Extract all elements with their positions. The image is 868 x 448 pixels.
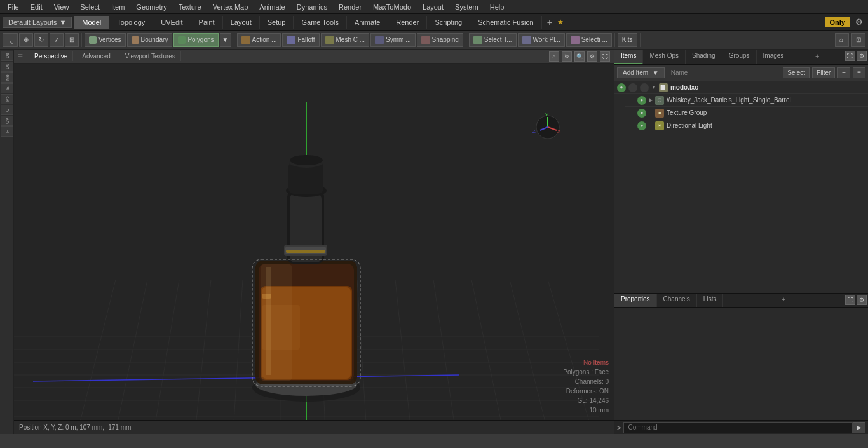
scale-button[interactable]: ⤢ (50, 33, 64, 47)
rp-expand-button[interactable]: ⛶ (845, 51, 855, 61)
nav-fit-button[interactable]: ⊡ (851, 33, 865, 47)
item-eye3-modo-lxo[interactable] (640, 83, 649, 92)
props-expand-button[interactable]: ⛶ (845, 295, 855, 305)
select-t-button[interactable]: Select T... (469, 33, 517, 47)
boundary-button[interactable]: Boundary (127, 33, 173, 47)
expand-triangle-whiskey[interactable]: ▶ (649, 97, 653, 103)
selecti-button[interactable]: Selecti ... (566, 33, 612, 47)
layout-tab-layout[interactable]: Layout (223, 16, 260, 29)
item-row-whiskey[interactable]: ● ▶ ⬡ Whiskey_Jack_Daniels_Light_Single_… (625, 94, 868, 107)
rp-tab-images[interactable]: Images (757, 50, 791, 64)
layout-tab-render[interactable]: Render (388, 16, 427, 29)
left-panel-item-de[interactable]: De (1, 51, 13, 61)
expand-action[interactable]: ≡ (853, 67, 865, 78)
rp-settings-button[interactable]: ⚙ (857, 51, 867, 61)
left-panel-item-uv[interactable]: UV (1, 116, 13, 126)
menu-animate[interactable]: Animate (254, 2, 290, 12)
menu-render[interactable]: Render (334, 2, 367, 12)
kits-button[interactable]: Kits (618, 33, 637, 47)
item-eye-texture-group[interactable]: ● (637, 109, 646, 118)
layout-dropdown[interactable]: Default Layouts ▼ (3, 17, 72, 28)
viewport-ctrl-zoom[interactable]: 🔍 (574, 51, 585, 62)
menu-texture[interactable]: Texture (173, 2, 207, 12)
layout-tab-animate[interactable]: Animate (347, 16, 388, 29)
settings-button[interactable]: ⚙ (850, 16, 868, 28)
command-input[interactable] (623, 422, 853, 433)
layout-add-button[interactable]: + (542, 16, 557, 29)
menu-item[interactable]: Item (106, 2, 130, 12)
layout-tab-uvedit[interactable]: UVEdit (153, 16, 191, 29)
action-button[interactable]: Action ... (237, 33, 281, 47)
left-panel-item-f[interactable]: F (1, 126, 13, 137)
menu-layout[interactable]: Layout (417, 2, 449, 12)
layout-tab-model[interactable]: Model (74, 16, 109, 29)
move-button[interactable]: ⊕ (19, 33, 33, 47)
item-row-texture-group[interactable]: ● ▶ ■ Texture Group (625, 107, 868, 119)
select-mode-button[interactable] (3, 33, 18, 47)
rp-tab-items[interactable]: Items (614, 50, 643, 64)
layout-tab-paint[interactable]: Paint (191, 16, 223, 29)
menu-file[interactable]: File (3, 2, 24, 12)
menu-system[interactable]: System (450, 2, 484, 12)
menu-select[interactable]: Select (75, 2, 105, 12)
filter-action[interactable]: Filter (812, 67, 835, 78)
select-action[interactable]: Select (783, 67, 810, 78)
left-panel-item-po[interactable]: Po (1, 94, 13, 104)
viewport-ctrl-settings[interactable]: ⚙ (587, 51, 597, 62)
layout-tab-setup[interactable]: Setup (260, 16, 294, 29)
rp-tab-meshops[interactable]: Mesh Ops (643, 50, 686, 64)
transform-button[interactable]: ⊞ (65, 33, 79, 47)
item-eye-modo-lxo[interactable]: ● (617, 83, 626, 92)
item-eye2-modo-lxo[interactable] (628, 83, 637, 92)
rp-tab-groups[interactable]: Groups (722, 50, 757, 64)
snap-button[interactable]: Snapping (417, 33, 463, 47)
command-submit-button[interactable]: ▶ (853, 422, 865, 433)
props-settings-button[interactable]: ⚙ (857, 295, 867, 305)
type-dropdown[interactable]: ▼ (220, 33, 231, 47)
expand-triangle-modo-lxo[interactable]: ▼ (651, 85, 656, 90)
symm-button[interactable]: Symm ... (370, 33, 415, 47)
layout-tab-topology[interactable]: Topology (109, 16, 153, 29)
mesh-button[interactable]: Mesh C ... (321, 33, 370, 47)
props-tab-add-button[interactable]: + (776, 294, 790, 307)
item-eye-directional-light[interactable]: ● (637, 121, 646, 130)
viewport-tab-advanced[interactable]: Advanced (77, 51, 116, 61)
falloff-button[interactable]: Falloff (282, 33, 319, 47)
work-pl-button[interactable]: Work Pl... (518, 33, 565, 47)
menu-edit[interactable]: Edit (25, 2, 48, 12)
item-row-directional-light[interactable]: ● ▶ ☀ Directional Light (625, 119, 868, 132)
collapse-action[interactable]: − (837, 67, 850, 78)
nav-home-button[interactable]: ⌂ (835, 33, 849, 47)
left-panel-item-du[interactable]: Du (1, 62, 13, 72)
viewport-canvas[interactable]: X Y Z (14, 64, 614, 420)
menu-maxtomodo[interactable]: MaxToModo (368, 2, 416, 12)
menu-dynamics[interactable]: Dynamics (292, 2, 332, 12)
polygons-button[interactable]: Polygons (173, 33, 218, 47)
layout-tab-schematic[interactable]: Schematic Fusion (470, 16, 541, 29)
layout-tab-scripting[interactable]: Scripting (427, 16, 470, 29)
left-panel-item-e[interactable]: E (1, 83, 13, 93)
rp-tab-add-button[interactable]: + (810, 50, 824, 64)
props-tab-properties[interactable]: Properties (614, 294, 657, 307)
left-panel-item-c[interactable]: C (1, 105, 13, 115)
layout-tab-gametools[interactable]: Game Tools (294, 16, 347, 29)
item-row-modo-lxo[interactable]: ● ▼ ⬜ modo.lxo (614, 81, 868, 94)
props-tab-channels[interactable]: Channels (657, 294, 697, 307)
menu-view[interactable]: View (49, 2, 74, 12)
item-eye-whiskey[interactable]: ● (637, 96, 646, 105)
add-item-button[interactable]: Add Item ▼ (617, 67, 665, 78)
props-tab-lists[interactable]: Lists (697, 294, 724, 307)
rotate-button[interactable]: ↻ (34, 33, 48, 47)
viewport-menu-icon[interactable]: ☰ (18, 53, 23, 60)
only-badge[interactable]: Only (825, 17, 850, 27)
rp-tab-shading[interactable]: Shading (686, 50, 722, 64)
left-panel-item-me[interactable]: Me (1, 72, 13, 83)
menu-vertex-map[interactable]: Vertex Map (208, 2, 254, 12)
viewport-tab-perspective[interactable]: Perspective (29, 51, 73, 61)
viewport-ctrl-rotate[interactable]: ↻ (562, 51, 572, 62)
viewport-ctrl-home[interactable]: ⌂ (549, 51, 559, 62)
menu-geometry[interactable]: Geometry (131, 2, 172, 12)
vertices-button[interactable]: Vertices (85, 33, 126, 47)
command-arrow[interactable]: > (617, 424, 621, 431)
viewport-tab-textures[interactable]: Viewport Textures (120, 51, 181, 61)
